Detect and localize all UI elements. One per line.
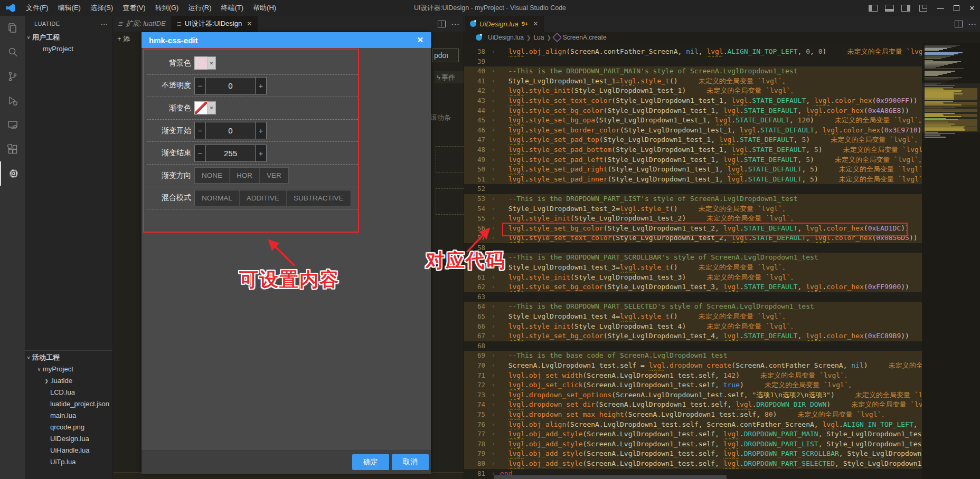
line-number[interactable]: 60 — [464, 263, 492, 273]
code-line[interactable]: 75› lvgl.dropdown_set_max_height(ScreenA… — [464, 410, 922, 420]
line-number[interactable]: 79 — [464, 449, 492, 459]
code-line[interactable]: 54› Style_LvglDropdown1_test_2=lvgl.styl… — [464, 204, 922, 214]
remote-explorer-icon[interactable] — [0, 113, 25, 137]
code-line[interactable]: 73› lvgl.dropdown_set_options(ScreenA.Lv… — [464, 390, 922, 400]
line-number[interactable]: 44 — [464, 106, 492, 116]
cancel-button[interactable]: 取消 — [392, 454, 429, 470]
split-editor-icon[interactable] — [438, 21, 446, 27]
clear-color-button[interactable]: ✕ — [208, 101, 216, 114]
tab-ui-designer[interactable]: ☰ UI设计器:UiDesign ✕ — [172, 16, 258, 32]
sidebar-item-uidesign-lua[interactable]: UiDesign.lua — [25, 433, 112, 445]
code-line[interactable]: 70› ScreenA.LvglDropdown1_test.self = lv… — [464, 361, 922, 371]
close-tab-icon[interactable]: ✕ — [247, 20, 252, 27]
explorer-icon[interactable] — [0, 16, 25, 40]
line-number[interactable]: 76 — [464, 420, 492, 430]
code-line[interactable]: 39 — [464, 57, 922, 67]
line-number[interactable]: 53 — [464, 194, 492, 204]
customize-layout-icon[interactable] — [919, 5, 927, 12]
code-line[interactable]: 66› lvgl.style_init(Style_LvglDropdown1_… — [464, 322, 922, 332]
sidebar-item-uitp-lua[interactable]: UiTp.lua — [25, 456, 112, 468]
segment-option-additive[interactable]: ADDITIVE — [240, 190, 287, 206]
code-line[interactable]: 52 — [464, 184, 922, 194]
stepper-plus-button[interactable]: + — [255, 78, 266, 94]
color-swatch[interactable] — [194, 101, 208, 114]
code-line[interactable]: 40› --This is the DROPDOWN_PART_MAIN's s… — [464, 66, 922, 76]
line-number[interactable]: 49 — [464, 155, 492, 165]
stepper-minus-button[interactable]: − — [195, 78, 206, 94]
segment-option-hor[interactable]: HOR — [230, 168, 260, 183]
code-line[interactable]: 71› lvgl.obj_set_width(ScreenA.LvglDropd… — [464, 371, 922, 381]
code-line[interactable]: 67› lvgl.style_set_bg_color(Style_LvglDr… — [464, 331, 922, 341]
luatide-chip-icon[interactable] — [0, 161, 26, 186]
minimap[interactable] — [922, 43, 980, 479]
code-line[interactable]: 47› lvgl.style_set_pad_top(Style_LvglDro… — [464, 135, 922, 145]
code-line[interactable]: 56› lvgl.style_set_bg_color(Style_LvglDr… — [464, 224, 922, 234]
line-number[interactable]: 77 — [464, 429, 492, 439]
menu-item[interactable]: 终端(T) — [216, 0, 248, 16]
close-window-button[interactable]: ✕ — [964, 0, 980, 16]
code-line[interactable]: 60› Style_LvglDropdown1_test_3=lvgl.styl… — [464, 263, 922, 273]
line-number[interactable]: 57 — [464, 233, 492, 243]
code-line[interactable]: 48› lvgl.style_set_pad_bottom(Style_Lvgl… — [464, 145, 922, 155]
line-number[interactable]: 45 — [464, 116, 492, 126]
tab-uidesign-lua[interactable]: UiDesign.lua 9+ ✕ — [465, 16, 544, 32]
code-line[interactable]: 76› lvgl.obj_align(ScreenA.LvglDropdown1… — [464, 420, 922, 430]
code-line[interactable]: 45› lvgl.style_set_bg_opa(Style_LvglDrop… — [464, 116, 922, 126]
close-tab-icon[interactable]: ✕ — [533, 20, 538, 27]
code-line[interactable]: 63 — [464, 292, 922, 302]
minimize-button[interactable]: — — [932, 0, 948, 16]
code-line[interactable]: 59› --This is the DROPDOWN_PART_SCROLLBA… — [464, 253, 922, 263]
line-number[interactable]: 56 — [464, 224, 492, 234]
stepper-plus-button[interactable]: + — [255, 122, 266, 139]
extensions-icon[interactable] — [0, 137, 25, 161]
menu-item[interactable]: 编辑(E) — [53, 0, 86, 16]
stepper-plus-button[interactable]: + — [255, 145, 266, 161]
code-line[interactable]: 69› --This is the base code of ScreenA.L… — [464, 351, 922, 361]
code-line[interactable]: 55› lvgl.style_init(Style_LvglDropdown1_… — [464, 214, 922, 224]
sidebar-item-main-lua[interactable]: main.lua — [25, 410, 112, 421]
line-number[interactable]: 68 — [464, 341, 492, 351]
line-number[interactable]: 43 — [464, 96, 492, 106]
code-line[interactable]: 74› lvgl.dropdown_set_dir(ScreenA.LvglDr… — [464, 400, 922, 410]
code-line[interactable]: 77› lvgl.obj_add_style(ScreenA.LvglDropd… — [464, 429, 922, 439]
widget-name-input-partial[interactable]: pdoı — [432, 49, 459, 62]
sidebar-item-luatide-project-json[interactable]: luatide_project.json — [25, 398, 112, 410]
line-number[interactable]: 66 — [464, 322, 492, 332]
line-number[interactable]: 78 — [464, 439, 492, 449]
stepper-value[interactable]: 255 — [206, 145, 255, 161]
code-line[interactable]: 42› lvgl.style_init(Style_LvglDropdown1_… — [464, 86, 922, 96]
line-number[interactable]: 55 — [464, 214, 492, 224]
segment-option-normal[interactable]: NORMAL — [195, 190, 240, 206]
line-number[interactable]: 41 — [464, 76, 492, 87]
line-number[interactable]: 58 — [464, 243, 492, 253]
line-number[interactable]: 38 — [464, 47, 492, 57]
dialog-close-icon[interactable]: ✕ — [414, 35, 426, 45]
line-number[interactable]: 69 — [464, 351, 492, 361]
stepper-value[interactable]: 0 — [206, 122, 255, 139]
sidebar-item-qrcode-png[interactable]: qrcode.png — [25, 421, 112, 433]
sidebar-item-lcd-lua[interactable]: LCD.lua — [25, 387, 112, 398]
stepper-minus-button[interactable]: − — [195, 145, 206, 161]
line-number[interactable]: 70 — [464, 361, 492, 371]
menu-item[interactable]: 查看(V) — [118, 0, 150, 16]
stepper-value[interactable]: 0 — [206, 78, 255, 94]
line-number[interactable]: 67 — [464, 331, 492, 341]
line-number[interactable]: 73 — [464, 390, 492, 400]
line-number[interactable]: 46 — [464, 126, 492, 136]
code-line[interactable]: 80› lvgl.obj_add_style(ScreenA.LvglDropd… — [464, 459, 922, 469]
sidebar-section-header[interactable]: ∨活动工程 — [25, 352, 112, 363]
line-number[interactable]: 63 — [464, 292, 492, 302]
code-line[interactable]: 72› lvgl.obj_set_click(ScreenA.LvglDropd… — [464, 380, 922, 390]
segment-option-ver[interactable]: VER — [260, 168, 288, 183]
sidebar-item-myproject[interactable]: ∨myProject — [25, 363, 112, 375]
clear-color-button[interactable]: ✕ — [208, 56, 216, 70]
code-line[interactable]: 53› --This is the DROPDOWN_PART_LIST's s… — [464, 194, 922, 204]
line-number[interactable]: 52 — [464, 184, 492, 194]
run-debug-icon[interactable] — [0, 89, 25, 113]
menu-item[interactable]: 转到(G) — [150, 0, 184, 16]
segment-option-none[interactable]: NONE — [195, 168, 230, 183]
code-line[interactable]: 78› lvgl.obj_add_style(ScreenA.LvglDropd… — [464, 439, 922, 449]
code-line[interactable]: 62› lvgl.style_set_bg_color(Style_LvglDr… — [464, 282, 922, 292]
search-icon[interactable] — [0, 40, 25, 64]
designer-toolbar-partial[interactable]: + 添 — [117, 34, 130, 44]
